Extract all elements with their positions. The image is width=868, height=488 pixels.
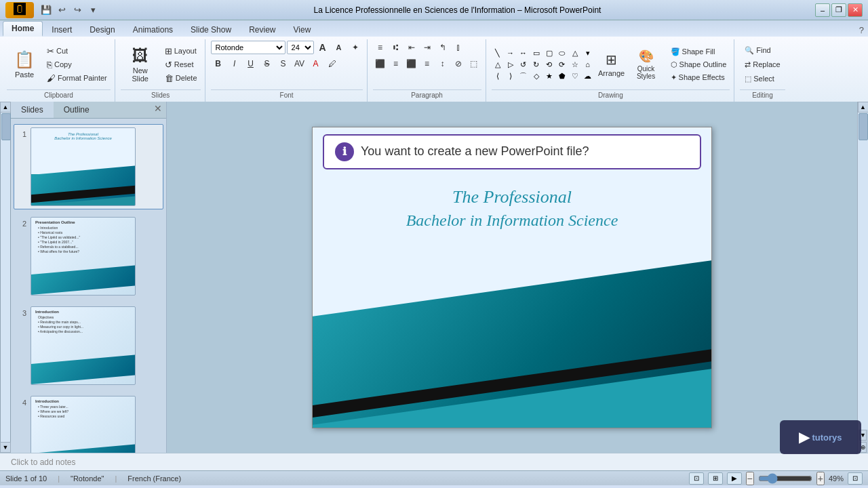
shadow-button[interactable]: S (276, 57, 291, 70)
shape-oval-btn[interactable]: ⬭ (556, 47, 568, 58)
tab-slideshow[interactable]: Slide Show (182, 22, 240, 37)
text-direction-button[interactable]: ⊘ (451, 57, 466, 70)
zoom-in-button[interactable]: + (816, 472, 825, 485)
shape-r3[interactable]: ⌒ (517, 70, 530, 81)
replace-button[interactable]: ⇄ Replace (740, 58, 785, 71)
font-color-button[interactable]: A (309, 57, 323, 70)
shape-fill-button[interactable]: 🪣 Shape Fill (667, 46, 730, 58)
slide-thumb-3[interactable]: 3 Introduction Objectives • Revisiting t… (14, 303, 163, 388)
smartart-button[interactable]: ⬚ (467, 57, 481, 70)
shape-triangle-btn[interactable]: △ (569, 47, 581, 58)
shape-arrow-btn[interactable]: → (505, 47, 517, 58)
shape-r1[interactable]: ⟨ (492, 70, 504, 81)
tab-design[interactable]: Design (81, 22, 123, 37)
columns-button[interactable]: ⫿ (451, 41, 466, 54)
shape-r7[interactable]: ♡ (569, 70, 581, 81)
restore-button[interactable]: ❐ (831, 3, 846, 17)
tab-home[interactable]: Home (3, 21, 43, 37)
quick-styles-button[interactable]: 🎨 Quick Styles (629, 45, 663, 83)
shape-t5[interactable]: ⟲ (543, 59, 555, 70)
canvas-scroll-track[interactable] (858, 113, 868, 430)
font-size-select[interactable]: 24 (287, 41, 314, 54)
shape-outline-button[interactable]: ⬡ Shape Outline (667, 59, 730, 70)
scroll-track[interactable] (1, 113, 10, 442)
shape-r6[interactable]: ⬟ (556, 70, 568, 81)
char-spacing-button[interactable]: AV (292, 57, 307, 70)
slides-panel-close[interactable]: ✕ (150, 102, 166, 118)
slide-thumb-4[interactable]: 4 Introduction • Three years later... • … (14, 392, 163, 453)
shape-t2[interactable]: ▷ (505, 59, 517, 70)
shape-rounded-btn[interactable]: ▢ (543, 47, 555, 58)
tab-insert[interactable]: Insert (43, 22, 81, 37)
undo-button[interactable]: ↩ (55, 3, 68, 17)
slides-scrollbar[interactable]: ▲ ▼ (0, 102, 11, 453)
scroll-up-arrow[interactable]: ▲ (0, 102, 11, 113)
shape-t7[interactable]: ☆ (569, 59, 581, 70)
slide-thumb-2[interactable]: 2 Presentation Outline • Introduction • … (14, 214, 163, 299)
increase-font-button[interactable]: A (315, 41, 330, 54)
slides-tab-outline[interactable]: Outline (54, 102, 100, 118)
shape-r4[interactable]: ◇ (530, 70, 542, 81)
align-left-button[interactable]: ⬛ (373, 57, 388, 70)
decrease-indent-button[interactable]: ⇤ (404, 41, 419, 54)
tab-animations[interactable]: Animations (124, 22, 182, 37)
notes-bar[interactable]: Click to add notes (0, 453, 868, 470)
highlight-button[interactable]: 🖊 (325, 57, 340, 70)
slides-tab-slides[interactable]: Slides (11, 102, 54, 118)
tab-view[interactable]: View (285, 22, 320, 37)
underline-button[interactable]: U (243, 57, 258, 70)
shape-r2[interactable]: ⟩ (505, 70, 517, 81)
shape-r5[interactable]: ★ (543, 70, 555, 81)
layout-button[interactable]: ⊞ Layout (161, 45, 201, 58)
delete-button[interactable]: 🗑 Delete (161, 72, 201, 85)
shape-t3[interactable]: ↺ (517, 59, 530, 70)
scroll-down-arrow[interactable]: ▼ (0, 442, 11, 453)
zoom-out-button[interactable]: − (746, 472, 754, 485)
shape-t1[interactable]: △ (492, 59, 504, 70)
copy-button[interactable]: ⎘ Copy (43, 58, 111, 71)
normal-view-button[interactable]: ⊡ (689, 472, 704, 485)
clear-format-button[interactable]: ✦ (348, 41, 363, 54)
new-slide-button[interactable]: 🖼 New Slide (121, 43, 160, 86)
save-button[interactable]: 💾 (39, 3, 53, 17)
rtl-button[interactable]: ↰ (435, 41, 450, 54)
shape-t6[interactable]: ⟳ (556, 59, 568, 70)
redo-button[interactable]: ↪ (71, 3, 84, 17)
slide-canvas[interactable]: ℹ You want to create a new PowerPoint fi… (312, 127, 712, 428)
align-right-button[interactable]: ⬛ (404, 57, 419, 70)
align-center-button[interactable]: ≡ (389, 57, 403, 70)
close-button[interactable]: ✕ (848, 3, 863, 17)
shape-effects-button[interactable]: ✦ Shape Effects (667, 72, 730, 83)
fit-window-button[interactable]: ⊡ (848, 472, 863, 485)
italic-button[interactable]: I (227, 57, 242, 70)
slide-sorter-button[interactable]: ⊞ (708, 472, 723, 485)
font-name-select[interactable]: Rotonde (211, 41, 285, 54)
ribbon-help-button[interactable]: ? (855, 24, 868, 37)
select-button[interactable]: ⬚ Select (740, 73, 785, 85)
strikethrough-button[interactable]: S (260, 57, 275, 70)
cut-button[interactable]: ✂ Cut (43, 45, 111, 58)
shape-dbl-arrow-btn[interactable]: ↔ (517, 47, 530, 58)
increase-indent-button[interactable]: ⇥ (420, 41, 435, 54)
numbered-list-button[interactable]: ⑆ (389, 41, 403, 54)
justify-button[interactable]: ≡ (420, 57, 435, 70)
quick-access-dropdown[interactable]: ▾ (86, 3, 100, 17)
paste-button[interactable]: 📋 Paste (7, 45, 42, 84)
slide-thumb-1[interactable]: 1 The ProfessionalBachelor in Informatio… (14, 124, 163, 209)
slideshow-view-button[interactable]: ▶ (727, 472, 742, 485)
shape-t8[interactable]: ⌂ (582, 59, 594, 70)
shape-line-btn[interactable]: ╲ (492, 47, 504, 58)
bold-button[interactable]: B (211, 57, 226, 70)
line-spacing-button[interactable]: ↕ (435, 57, 450, 70)
canvas-scrollbar[interactable]: ▲ ▼ ⊕ (857, 102, 868, 453)
tab-review[interactable]: Review (240, 22, 284, 37)
minimize-button[interactable]: – (815, 3, 830, 17)
zoom-slider[interactable] (758, 474, 812, 483)
canvas-scroll-up[interactable]: ▲ (858, 102, 869, 113)
bullets-button[interactable]: ≡ (373, 41, 388, 54)
format-painter-button[interactable]: 🖌 Format Painter (43, 72, 111, 85)
decrease-font-button[interactable]: A (332, 41, 347, 54)
shape-r8[interactable]: ☁ (582, 70, 594, 81)
arrange-button[interactable]: ⊞ Arrange (595, 45, 628, 84)
office-button[interactable]: 🅾 (5, 2, 34, 18)
